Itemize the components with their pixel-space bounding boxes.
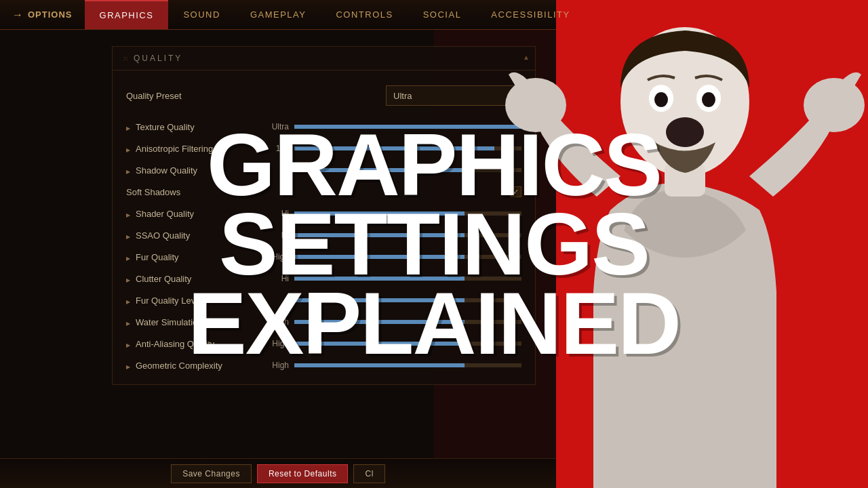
top-nav: → OPTIONS GRAPHICS SOUND GAMEPLAY CONTRO…: [0, 0, 556, 30]
shader-quality-label: Shader Quality: [126, 209, 262, 219]
fur-quality-value: High: [262, 252, 289, 262]
shader-quality-fill: [294, 211, 465, 216]
svg-point-2: [804, 78, 865, 132]
geometric-fill: [294, 363, 465, 367]
settings-panel: ⁙ QUALITY ▲ Quality Preset Ultra ▼ Textu…: [112, 46, 536, 385]
anisotropic-value: 16x: [262, 144, 289, 153]
game-ui-panel: → OPTIONS GRAPHICS SOUND GAMEPLAY CONTRO…: [0, 0, 556, 488]
fur-quality-level-fill: [294, 298, 465, 302]
person-silhouette-area: [475, 0, 868, 488]
reset-button[interactable]: Reset to Defaults: [257, 464, 349, 483]
ssao-label: SSAO Quality: [126, 230, 262, 241]
water-sim-label: Water Simulation Quality: [126, 317, 262, 327]
water-sim-fill: [294, 320, 465, 324]
setting-anisotropic: Anisotropic Filtering 16x: [113, 138, 535, 159]
tab-graphics[interactable]: GRAPHICS: [85, 0, 169, 29]
svg-point-8: [702, 92, 715, 107]
section-header: ⁙ QUALITY ▲: [113, 47, 535, 70]
section-title: QUALITY: [134, 54, 182, 63]
shader-quality-value: Hi: [262, 209, 289, 218]
ssao-fill: [294, 233, 465, 237]
geometric-label: Geometric Complexity: [126, 361, 262, 371]
setting-fur-quality-level: Fur Quality Level: [113, 289, 535, 311]
tab-sound[interactable]: SOUND: [168, 0, 235, 29]
anisotropic-fill: [294, 146, 494, 150]
settings-content: Quality Preset Ultra ▼ Texture Quality U…: [113, 70, 535, 384]
clutter-quality-value: Hi: [262, 274, 289, 283]
section-dots-icon: ⁙: [123, 55, 128, 62]
save-button[interactable]: Save Changes: [171, 464, 252, 483]
soft-shadows-label: Soft Shadows: [126, 187, 262, 197]
geometric-value: High: [262, 361, 289, 370]
anti-aliasing-label: Anti-Aliasing Quality: [126, 339, 262, 349]
tab-social[interactable]: SOCIAL: [408, 0, 477, 29]
fur-quality-fill: [294, 255, 465, 259]
anisotropic-label: Anisotropic Filtering: [126, 144, 262, 154]
dropdown-value: Ultra: [393, 91, 412, 101]
close-button[interactable]: Cl: [353, 464, 384, 483]
setting-clutter-quality: Clutter Quality Hi: [113, 268, 535, 289]
svg-point-1: [505, 78, 566, 132]
setting-anti-aliasing: Anti-Aliasing Quality High: [113, 333, 535, 354]
setting-shadow-quality: Shadow Quality Hi: [113, 159, 535, 181]
setting-fur-quality: Fur Quality High: [113, 246, 535, 268]
clutter-quality-fill: [294, 277, 465, 281]
setting-ssao: SSAO Quality Hi: [113, 224, 535, 246]
setting-geometric: Geometric Complexity High: [113, 354, 535, 376]
svg-point-7: [654, 92, 668, 107]
setting-shader-quality: Shader Quality Hi: [113, 203, 535, 224]
svg-point-4: [666, 117, 704, 147]
quality-preset-label: Quality Preset: [126, 91, 262, 101]
shadow-quality-fill: [294, 168, 465, 172]
water-sim-value: High: [262, 317, 289, 327]
texture-quality-label: Texture Quality: [126, 122, 262, 132]
tab-gameplay[interactable]: GAMEPLAY: [235, 0, 321, 29]
back-button[interactable]: → OPTIONS: [0, 9, 85, 21]
bottom-bar: Save Changes Reset to Defaults Cl: [0, 458, 556, 488]
anti-aliasing-fill: [294, 342, 465, 346]
shadow-quality-label: Shadow Quality: [126, 165, 262, 176]
anti-aliasing-value: High: [262, 339, 289, 348]
fur-quality-label: Fur Quality: [126, 252, 262, 262]
texture-quality-value: Ultra: [262, 122, 289, 131]
back-label: OPTIONS: [28, 9, 73, 20]
setting-soft-shadows: Soft Shadows ✓: [113, 181, 535, 203]
setting-texture-quality: Texture Quality Ultra: [113, 116, 535, 138]
setting-quality-preset: Quality Preset Ultra ▼: [113, 79, 535, 113]
ssao-value: Hi: [262, 230, 289, 240]
clutter-quality-label: Clutter Quality: [126, 274, 262, 284]
back-arrow-icon: →: [12, 9, 24, 21]
fur-quality-level-label: Fur Quality Level: [126, 296, 262, 306]
shadow-quality-value: Hi: [262, 165, 289, 175]
tab-controls[interactable]: CONTROLS: [321, 0, 408, 29]
setting-water-sim: Water Simulation Quality High: [113, 311, 535, 333]
